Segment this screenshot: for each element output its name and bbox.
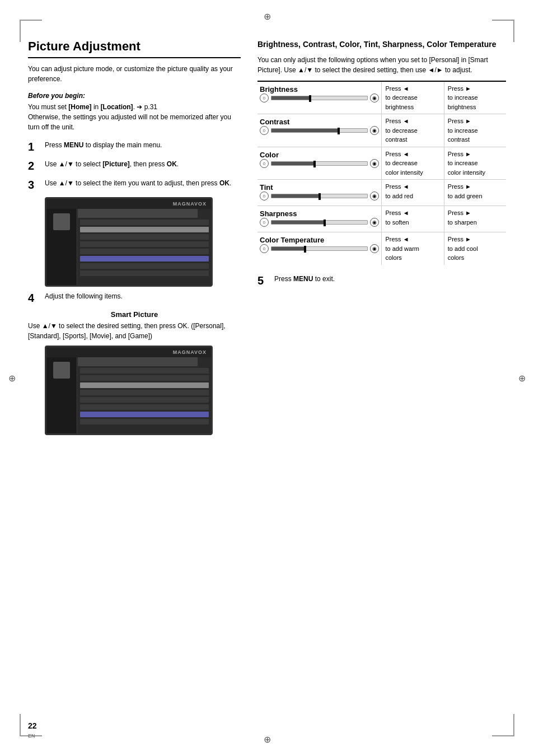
slider-fill-5 <box>271 247 305 250</box>
adj-row-5: Color Temperature○◉Press ◄to add warmcol… <box>257 232 506 265</box>
press-left-0: Press ◄to decreasebrightness <box>382 81 444 114</box>
slider-fill-4 <box>271 221 324 224</box>
adj-label-cell-0: Brightness○◉ <box>257 81 382 114</box>
press-left-1: Press ◄to decreasecontrast <box>382 114 444 147</box>
slider-track-0 <box>271 96 368 100</box>
left-column: Picture Adjustment You can adjust pictur… <box>28 39 241 440</box>
tv-content-2 <box>78 357 211 433</box>
smart-picture-title: Smart Picture <box>28 310 241 319</box>
corner-decoration-tr <box>492 20 514 21</box>
slider-fill-0 <box>271 96 310 100</box>
adj-label-1: Contrast <box>260 118 379 126</box>
right-intro: You can only adjust the following option… <box>257 55 506 75</box>
press-right-3: Press ►to add green <box>444 180 506 206</box>
slider-thumb-5 <box>304 246 306 253</box>
step-4: 4 Adjust the following items. <box>28 291 241 305</box>
slider-icon-right-0: ◉ <box>370 94 379 102</box>
step-4-number: 4 <box>28 291 40 305</box>
step-5: 5 Press MENU to exit. <box>257 274 506 287</box>
intro-text: You can adjust picture mode, or customiz… <box>28 64 241 84</box>
slider-fill-1 <box>271 129 339 132</box>
tv-menu-row-1 <box>80 220 209 225</box>
adj-label-4: Sharpness <box>260 209 379 218</box>
page: ⊕ ⊕ ⊕ ⊕ Picture Adjustment You can adjus… <box>0 0 534 756</box>
step-5-number: 5 <box>257 274 270 287</box>
corner-decoration-vlb <box>20 714 21 736</box>
tv-sidebar-1 <box>46 209 77 285</box>
slider-container-1: ○◉ <box>260 126 379 135</box>
press-left-5: Press ◄to add warmcolors <box>382 232 444 265</box>
step-2-text: Use ▲/▼ to select [Picture], then press … <box>45 159 241 169</box>
tv-menu-row-2-3 <box>80 382 209 388</box>
slider-fill-2 <box>271 162 315 165</box>
slider-track-3 <box>271 194 368 198</box>
slider-thumb-3 <box>318 193 321 200</box>
slider-icon-left-0: ○ <box>260 94 269 102</box>
step-2-number: 2 <box>28 159 40 172</box>
step-3: 3 Use ▲/▼ to select the item you want to… <box>28 178 241 192</box>
adj-label-cell-3: Tint○◉ <box>257 180 382 206</box>
tv-menu-row-5 <box>80 249 209 254</box>
slider-thumb-0 <box>309 95 311 102</box>
smart-picture-text: Use ▲/▼ to select the desired setting, t… <box>28 321 241 341</box>
tv-menu-bar-2 <box>78 357 198 366</box>
tv-content-1 <box>78 209 211 285</box>
slider-icon-right-5: ◉ <box>370 244 379 253</box>
before-begin-text: You must set [Home] in [Location]. ➔ p.3… <box>28 102 241 132</box>
reg-mark-right: ⊕ <box>518 373 526 384</box>
tv-menu-row-2-6 <box>80 404 209 410</box>
adj-row-2: Color○◉Press ◄to decreasecolor intensity… <box>257 147 506 180</box>
tv-menu-row-3 <box>80 234 209 240</box>
before-line2: Otherwise, the settings you adjusted wil… <box>28 113 231 131</box>
tv-menu-bar <box>78 209 198 218</box>
slider-container-2: ○◉ <box>260 159 379 168</box>
before-begin-label: Before you begin: <box>28 92 241 100</box>
corner-decoration-vrb <box>513 714 514 736</box>
right-header: Brightness, Contrast, Color, Tint, Sharp… <box>257 39 506 50</box>
press-right-4: Press ►to sharpen <box>444 206 506 232</box>
tv-menu-row-2-7 <box>80 412 209 417</box>
tv-menu-row-6 <box>80 256 209 262</box>
slider-icon-left-4: ○ <box>260 218 269 227</box>
adj-row-1: Contrast○◉Press ◄to decreasecontrastPres… <box>257 114 506 147</box>
reg-mark-left: ⊕ <box>8 373 16 384</box>
tv-menu-row-4 <box>80 241 209 247</box>
slider-icon-left-3: ○ <box>260 192 269 200</box>
step-1: 1 Press MENU to display the main menu. <box>28 140 241 153</box>
adj-row-0: Brightness○◉Press ◄to decreasebrightness… <box>257 81 506 114</box>
tv-menu-row-7 <box>80 263 209 269</box>
adj-label-cell-2: Color○◉ <box>257 147 382 180</box>
step-4-text: Adjust the following items. <box>45 291 241 301</box>
tv-inner-2 <box>46 357 211 433</box>
step-2: 2 Use ▲/▼ to select [Picture], then pres… <box>28 159 241 172</box>
step-3-text: Use ▲/▼ to select the item you want to a… <box>45 178 241 188</box>
slider-icon-left-1: ○ <box>260 126 269 135</box>
tv-sidebar-icon-2 <box>53 362 70 379</box>
tv-menu-row-8 <box>80 270 209 276</box>
tv-menu-row-2-8 <box>80 419 209 424</box>
slider-track-1 <box>271 128 368 133</box>
slider-thumb-1 <box>338 128 340 134</box>
tv-menu-row-2-2 <box>80 375 209 381</box>
adj-label-cell-1: Contrast○◉ <box>257 114 382 147</box>
tv-sidebar-icon <box>53 213 70 230</box>
tv-menu-row-2 <box>80 227 209 232</box>
tv-mockup-1: MAGNAVOX <box>45 197 213 287</box>
adj-label-2: Color <box>260 151 379 159</box>
adj-label-3: Tint <box>260 183 379 192</box>
adj-row-4: Sharpness○◉Press ◄to softenPress ►to sha… <box>257 206 506 232</box>
right-column: Brightness, Contrast, Color, Tint, Sharp… <box>257 39 506 293</box>
tv-mockup-2: MAGNAVOX <box>45 346 213 435</box>
slider-container-4: ○◉ <box>260 218 379 227</box>
press-right-2: Press ►to increasecolor intensity <box>444 147 506 180</box>
slider-container-3: ○◉ <box>260 192 379 200</box>
adj-label-cell-5: Color Temperature○◉ <box>257 232 382 265</box>
slider-thumb-2 <box>313 161 316 167</box>
step-1-text: Press MENU to display the main menu. <box>45 140 241 150</box>
adj-label-5: Color Temperature <box>260 236 379 244</box>
slider-icon-right-3: ◉ <box>370 192 379 200</box>
corner-decoration-br <box>492 735 514 736</box>
adj-label-0: Brightness <box>260 85 379 94</box>
page-title: Picture Adjustment <box>28 39 241 58</box>
press-right-0: Press ►to increasebrightness <box>444 81 506 114</box>
